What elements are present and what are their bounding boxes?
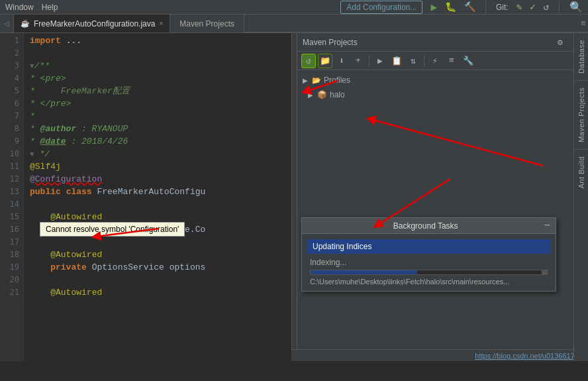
code-content[interactable]: import ... ▼/** * <pre> * FreeMarker配置 *…: [24, 33, 291, 361]
code-line-14: [30, 198, 291, 211]
tree-item-halo[interactable]: ▶ 📦 halo: [297, 87, 588, 102]
search-icon[interactable]: 🔍: [569, 1, 583, 14]
tree-label-profiles: Profiles: [324, 76, 350, 85]
ln-6: 6: [0, 97, 23, 110]
maven-lightning-btn[interactable]: ⚡: [428, 54, 442, 68]
editor-scroll-gutter[interactable]: [291, 33, 297, 361]
menu-help[interactable]: Help: [42, 3, 58, 12]
status-url[interactable]: https://blog.csdn.net/u013661799: [475, 352, 583, 360]
bg-tasks-body: Updating Indices Indexing... C:\Users\mu…: [302, 234, 556, 291]
side-tabs-right: Database Maven Projects Ant Build: [573, 33, 588, 361]
fold-close-icon[interactable]: ▼: [30, 150, 34, 158]
bg-tasks-title: Background Tasks: [307, 221, 544, 231]
task-indexing-label: Indexing...: [307, 258, 550, 267]
status-bar: https://blog.csdn.net/u013661799: [291, 349, 588, 361]
tab-maven[interactable]: Maven Projects: [170, 15, 244, 32]
editor-panel: 1 2 3 4 5 6 7 8 9 10 11 12 13 14 15 16 1…: [0, 33, 291, 361]
side-tab-maven[interactable]: Maven Projects: [575, 81, 587, 149]
ln-21: 21: [0, 286, 23, 299]
code-line-19: private OptionsService options: [30, 261, 291, 274]
maven-refresh-btn[interactable]: ↺: [301, 54, 316, 68]
maven-new-btn[interactable]: +: [351, 54, 366, 68]
code-line-17: [30, 236, 291, 248]
background-tasks-popup: Background Tasks − Updating Indices Inde…: [301, 217, 556, 292]
maven-panel-header: Maven Projects ⚙ −: [297, 33, 588, 52]
progress-bar-stripe: [542, 270, 547, 274]
mv-separator: [369, 55, 369, 67]
task-header-label: Updating Indices: [313, 242, 371, 251]
maven-settings-btn[interactable]: ⚙: [554, 36, 567, 49]
maven-run-btn[interactable]: ▶: [373, 54, 387, 68]
close-tab-icon[interactable]: ×: [159, 20, 163, 27]
ln-18: 18: [0, 248, 23, 261]
ln-13: 13: [0, 186, 23, 198]
maven-filter-btn[interactable]: ≡: [444, 54, 459, 68]
ln-7: 7: [0, 110, 23, 123]
code-line-3: ▼/**: [30, 60, 291, 72]
fold-icon[interactable]: ▼: [30, 62, 34, 70]
bg-tasks-title-bar: Background Tasks −: [302, 218, 556, 234]
maven-wrench-btn[interactable]: 🔧: [461, 54, 475, 68]
git-check-icon[interactable]: ✓: [530, 1, 535, 13]
maven-sort-btn[interactable]: ⇅: [406, 54, 420, 68]
ln-16: 16: [0, 223, 23, 236]
maven-download-btn[interactable]: ⬇: [334, 54, 349, 68]
code-line-11: @Slf4j: [30, 160, 291, 173]
ln-1: 1: [0, 34, 23, 47]
code-line-10: ▼ */: [30, 148, 291, 160]
ln-5: 5: [0, 85, 23, 97]
tab-options-icon[interactable]: ⊞: [581, 19, 585, 27]
add-config-button[interactable]: Add Configuration...: [340, 1, 422, 14]
halo-project-icon: 📦: [317, 90, 327, 99]
java-file-icon: ☕: [21, 19, 30, 28]
ln-11: 11: [0, 160, 23, 173]
code-line-18: @Autowired: [30, 248, 291, 261]
git-edit-icon[interactable]: ✎: [516, 1, 522, 13]
tab-label-maven: Maven Projects: [179, 19, 234, 28]
recent-files-btn[interactable]: ◁: [0, 15, 14, 32]
code-line-21: @Autowired: [30, 286, 291, 299]
tabs-bar: ◁ ☕ FreeMarkerAutoConfiguration.java × M…: [0, 15, 588, 33]
ln-9: 9: [0, 135, 23, 148]
tree-label-halo: halo: [330, 90, 345, 99]
code-line-13: public class FreeMarkerAutoConfigu: [30, 186, 291, 198]
ln-10: 10: [0, 148, 23, 160]
ln-3: 3: [0, 60, 23, 72]
build-button[interactable]: 🔨: [464, 1, 475, 13]
task-path: C:\Users\muhe\Desktop\links\Fetch\halo\s…: [307, 278, 550, 286]
task-header-row: Updating Indices: [307, 239, 550, 254]
tab-freemarker[interactable]: ☕ FreeMarkerAutoConfiguration.java ×: [14, 15, 170, 32]
menu-bar: Window Help Add Configuration... ▶ 🐛 🔨 G…: [0, 0, 588, 15]
ln-19: 19: [0, 261, 23, 274]
maven-panel: Maven Projects ⚙ − ↺ 📁 ⬇ + ▶ 📋 ⇅ ⚡ ≡ 🔧 ▶…: [297, 33, 588, 361]
ln-20: 20: [0, 274, 23, 286]
code-line-5: * FreeMarker配置: [30, 85, 291, 97]
tooltip-box: Cannot resolve symbol 'Configuration': [40, 222, 185, 237]
ln-8: 8: [0, 123, 23, 135]
maven-run-config-btn[interactable]: 📋: [389, 54, 404, 68]
git-label: Git:: [496, 3, 509, 12]
separator2: [559, 1, 560, 13]
tab-label-freemarker: FreeMarkerAutoConfiguration.java: [34, 19, 155, 28]
bg-tasks-minimize-btn[interactable]: −: [544, 221, 550, 231]
tree-item-profiles[interactable]: ▶ 📂 Profiles: [297, 73, 588, 87]
debug-button[interactable]: 🐛: [445, 1, 456, 13]
side-tab-database[interactable]: Database: [575, 33, 587, 80]
side-tab-ant[interactable]: Ant Build: [575, 150, 587, 195]
run-button[interactable]: ▶: [430, 1, 437, 14]
code-line-1: import ...: [30, 34, 291, 47]
ln-15: 15: [0, 211, 23, 223]
progress-bar-fill: [311, 270, 417, 274]
code-line-7: *: [30, 110, 291, 123]
ln-14: 14: [0, 198, 23, 211]
profiles-folder-icon: 📂: [312, 76, 321, 85]
git-undo-icon[interactable]: ↺: [544, 1, 549, 13]
ln-2: 2: [0, 47, 23, 60]
ln-17: 17: [0, 236, 23, 248]
maven-add-btn[interactable]: 📁: [318, 54, 332, 68]
maven-panel-title: Maven Projects: [303, 38, 551, 47]
menu-window[interactable]: Window: [5, 3, 34, 12]
main-layout: 1 2 3 4 5 6 7 8 9 10 11 12 13 14 15 16 1…: [0, 33, 588, 361]
code-line-4: * <pre>: [30, 72, 291, 85]
mv-separator2: [424, 55, 424, 67]
